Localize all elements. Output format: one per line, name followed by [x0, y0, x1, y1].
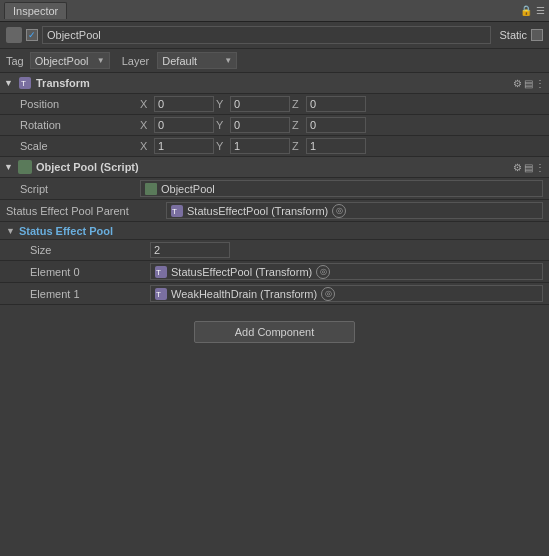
- element0-transform-icon: T: [155, 266, 167, 278]
- scale-x-input[interactable]: [154, 138, 214, 154]
- layer-label: Layer: [122, 55, 150, 67]
- rot-z-label: Z: [292, 119, 304, 131]
- tag-value: ObjectPool: [35, 55, 89, 67]
- rotation-label: Rotation: [20, 119, 140, 131]
- object-name-input[interactable]: [42, 26, 491, 44]
- rot-x-label: X: [140, 119, 152, 131]
- transform-icon2[interactable]: ▤: [524, 78, 533, 89]
- rotation-row: Rotation X Y Z: [0, 115, 549, 136]
- size-row: Size: [0, 240, 549, 261]
- tag-dropdown[interactable]: ObjectPool ▼: [30, 52, 110, 69]
- element0-label: Element 0: [30, 266, 150, 278]
- layer-arrow: ▼: [224, 56, 232, 65]
- layer-dropdown[interactable]: Default ▼: [157, 52, 237, 69]
- transform-title: Transform: [36, 77, 90, 89]
- transform-collapse-arrow: ▼: [4, 78, 14, 88]
- element1-transform-icon: T: [155, 288, 167, 300]
- scale-z-label: Z: [292, 140, 304, 152]
- element0-row: Element 0 T StatusEffectPool (Transform)…: [0, 261, 549, 283]
- script-value-text: ObjectPool: [161, 183, 215, 195]
- objectpool-section-icons: ⚙ ▤ ⋮: [513, 162, 545, 173]
- parent-ref-text: StatusEffectPool (Transform): [187, 205, 328, 217]
- pos-y-input[interactable]: [230, 96, 290, 112]
- pos-x-label: X: [140, 98, 152, 110]
- scale-fields: X Y Z: [140, 138, 543, 154]
- scale-y-label: Y: [216, 140, 228, 152]
- lock-icon[interactable]: 🔒: [520, 5, 532, 16]
- pos-x-input[interactable]: [154, 96, 214, 112]
- element1-target-btn[interactable]: ◎: [321, 287, 335, 301]
- svg-text:T: T: [172, 207, 177, 216]
- transform-icon1[interactable]: ⚙: [513, 78, 522, 89]
- script-value-field[interactable]: ObjectPool: [140, 180, 543, 197]
- rotation-fields: X Y Z: [140, 117, 543, 133]
- inspector-tab[interactable]: Inspector: [4, 2, 67, 19]
- position-fields: X Y Z: [140, 96, 543, 112]
- pos-z-input[interactable]: [306, 96, 366, 112]
- tab-label: Inspector: [13, 5, 58, 17]
- add-component-button[interactable]: Add Component: [194, 321, 356, 343]
- size-label: Size: [30, 244, 150, 256]
- title-bar-icons: 🔒 ☰: [520, 5, 545, 16]
- objectpool-script-icon: [18, 160, 32, 174]
- scale-row: Scale X Y Z: [0, 136, 549, 157]
- scale-x-label: X: [140, 140, 152, 152]
- static-label: Static: [499, 29, 527, 41]
- menu-icon[interactable]: ☰: [536, 5, 545, 16]
- pool-section-header[interactable]: ▼ Status Effect Pool: [0, 222, 549, 240]
- object-icon: [6, 27, 22, 43]
- scale-y-input[interactable]: [230, 138, 290, 154]
- scale-label: Scale: [20, 140, 140, 152]
- pool-collapse-arrow: ▼: [6, 226, 15, 236]
- rot-y-input[interactable]: [230, 117, 290, 133]
- position-row: Position X Y Z: [0, 94, 549, 115]
- element0-target-btn[interactable]: ◎: [316, 265, 330, 279]
- parent-label: Status Effect Pool Parent: [6, 205, 166, 217]
- script-row: Script ObjectPool: [0, 178, 549, 200]
- tag-label: Tag: [6, 55, 24, 67]
- script-label: Script: [20, 183, 140, 195]
- rot-z-input[interactable]: [306, 117, 366, 133]
- element1-label: Element 1: [30, 288, 150, 300]
- transform-section-header[interactable]: ▼ T Transform ⚙ ▤ ⋮: [0, 73, 549, 94]
- svg-text:T: T: [156, 268, 161, 277]
- layer-value: Default: [162, 55, 197, 67]
- parent-ref-field[interactable]: T StatusEffectPool (Transform) ◎: [166, 202, 543, 219]
- objectpool-collapse-arrow: ▼: [4, 162, 14, 172]
- size-input[interactable]: [150, 242, 230, 258]
- parent-transform-icon: T: [171, 205, 183, 217]
- op-icon3[interactable]: ⋮: [535, 162, 545, 173]
- tag-layer-row: Tag ObjectPool ▼ Layer Default ▼: [0, 49, 549, 73]
- svg-text:T: T: [21, 79, 26, 88]
- objectpool-title: Object Pool (Script): [36, 161, 139, 173]
- rot-x-input[interactable]: [154, 117, 214, 133]
- object-header: ✓ Static: [0, 22, 549, 49]
- static-checkbox[interactable]: [531, 29, 543, 41]
- scale-z-input[interactable]: [306, 138, 366, 154]
- tag-arrow: ▼: [97, 56, 105, 65]
- transform-section-icons: ⚙ ▤ ⋮: [513, 78, 545, 89]
- op-icon2[interactable]: ▤: [524, 162, 533, 173]
- add-component-area: Add Component: [0, 309, 549, 355]
- rot-y-label: Y: [216, 119, 228, 131]
- element1-ref-field[interactable]: T WeakHealthDrain (Transform) ◎: [150, 285, 543, 302]
- parent-target-btn[interactable]: ◎: [332, 204, 346, 218]
- active-checkbox[interactable]: ✓: [26, 29, 38, 41]
- title-bar: Inspector 🔒 ☰: [0, 0, 549, 22]
- parent-row: Status Effect Pool Parent T StatusEffect…: [0, 200, 549, 222]
- objectpool-section-header[interactable]: ▼ Object Pool (Script) ⚙ ▤ ⋮: [0, 157, 549, 178]
- element1-row: Element 1 T WeakHealthDrain (Transform) …: [0, 283, 549, 305]
- pos-z-label: Z: [292, 98, 304, 110]
- pos-y-label: Y: [216, 98, 228, 110]
- element0-ref-field[interactable]: T StatusEffectPool (Transform) ◎: [150, 263, 543, 280]
- svg-text:T: T: [156, 290, 161, 299]
- position-label: Position: [20, 98, 140, 110]
- element1-ref-text: WeakHealthDrain (Transform): [171, 288, 317, 300]
- inspector-body: ✓ Static Tag ObjectPool ▼ Layer Default …: [0, 22, 549, 556]
- script-file-icon: [145, 183, 157, 195]
- transform-icon: T: [18, 76, 32, 90]
- transform-icon3[interactable]: ⋮: [535, 78, 545, 89]
- element0-ref-text: StatusEffectPool (Transform): [171, 266, 312, 278]
- pool-label: Status Effect Pool: [19, 225, 113, 237]
- op-icon1[interactable]: ⚙: [513, 162, 522, 173]
